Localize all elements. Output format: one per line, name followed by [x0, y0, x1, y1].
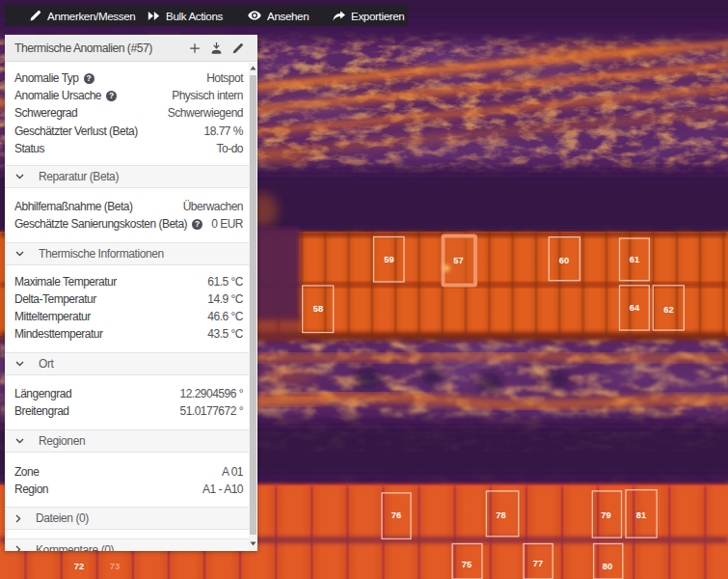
svg-text:78: 78 — [496, 510, 505, 520]
svg-text:76: 76 — [391, 510, 401, 520]
svg-text:75: 75 — [462, 560, 472, 569]
svg-text:59: 59 — [384, 255, 393, 264]
svg-text:81: 81 — [636, 510, 646, 520]
svg-text:72: 72 — [74, 562, 84, 571]
svg-text:64: 64 — [630, 303, 640, 313]
svg-text:57: 57 — [453, 256, 463, 265]
svg-text:60: 60 — [559, 256, 569, 265]
svg-text:58: 58 — [313, 304, 323, 314]
svg-text:62: 62 — [663, 305, 673, 315]
svg-text:79: 79 — [601, 510, 610, 520]
svg-text:80: 80 — [603, 562, 612, 571]
svg-text:61: 61 — [630, 255, 639, 264]
svg-text:77: 77 — [533, 559, 543, 568]
svg-text:73: 73 — [110, 562, 120, 571]
